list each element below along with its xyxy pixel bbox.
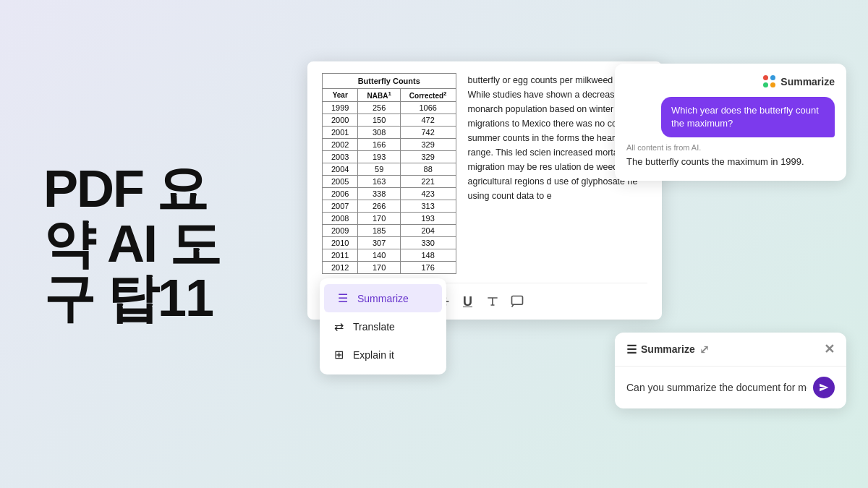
chat-logo-top [763, 75, 776, 88]
chat-panel-top: Summarize Which year does the butterfly … [615, 64, 846, 181]
translate-menu-icon: ⇄ [331, 320, 346, 333]
table-row: 19992561066 [323, 102, 456, 114]
ai-dropdown-menu: ☰ Summarize ⇄ Translate ⊞ Explain it [320, 278, 446, 374]
menu-item-summarize[interactable]: ☰ Summarize [324, 284, 442, 312]
chat-title-bottom: Summarize [641, 343, 695, 355]
chat-input-field[interactable] [626, 382, 807, 393]
user-message-bubble: Which year does the butterfly count the … [661, 97, 835, 137]
butterfly-table-container: Butterfly Counts Year NABA1 Corrected2 1… [322, 73, 456, 274]
chat-panel-bottom: ☰ Summarize ⤢ ✕ [615, 333, 846, 408]
menu-item-explain[interactable]: ⊞ Explain it [320, 341, 446, 369]
menu-summarize-label: Summarize [357, 293, 409, 304]
table-row: 2011140148 [323, 249, 456, 262]
summarize-menu-icon: ☰ [336, 291, 350, 305]
col-year: Year [323, 89, 358, 102]
underline-icon[interactable]: U [460, 294, 476, 309]
send-button[interactable] [813, 377, 835, 398]
table-row: 20045988 [323, 163, 456, 176]
table-row: 2008170193 [323, 213, 456, 225]
chat-header-top: Summarize [626, 75, 835, 88]
col-naba: NABA1 [358, 89, 400, 102]
hero-title: PDF 요약 AI 도구 탑11 [43, 162, 246, 326]
ai-disclaimer: All content is from AI. [626, 143, 835, 152]
chat-input-area [615, 367, 846, 408]
chat-header-bottom: ☰ Summarize ⤢ ✕ [615, 333, 846, 367]
table-row: 2010307330 [323, 237, 456, 249]
comment-icon[interactable] [509, 294, 525, 309]
close-icon[interactable]: ✕ [824, 341, 835, 357]
table-row: 2002166329 [323, 139, 456, 151]
table-row: 2000150472 [323, 114, 456, 127]
table-row: 2009185204 [323, 225, 456, 237]
hero-section: PDF 요약 AI 도구 탑11 [0, 133, 275, 355]
table-row: 2012170176 [323, 262, 456, 274]
explain-menu-icon: ⊞ [331, 348, 346, 361]
col-corrected: Corrected2 [400, 89, 456, 102]
butterfly-table: Butterfly Counts Year NABA1 Corrected2 1… [322, 73, 456, 274]
menu-item-translate[interactable]: ⇄ Translate [320, 312, 446, 341]
svg-rect-1 [511, 296, 522, 305]
menu-translate-label: Translate [353, 321, 395, 333]
text-icon[interactable] [485, 294, 501, 309]
chat-title-top: Summarize [780, 76, 835, 87]
summarize-bottom-icon: ☰ [626, 343, 637, 356]
table-caption: Butterfly Counts [322, 73, 456, 88]
menu-explain-label: Explain it [353, 349, 394, 361]
table-row: 2001308742 [323, 127, 456, 139]
table-row: 2005163221 [323, 176, 456, 188]
pin-icon[interactable]: ⤢ [699, 343, 709, 356]
table-row: 2003193329 [323, 151, 456, 163]
table-row: 2006338423 [323, 188, 456, 200]
ai-response-text: The butterfly counts the maximum in 1999… [626, 155, 835, 169]
table-row: 2007266313 [323, 200, 456, 213]
